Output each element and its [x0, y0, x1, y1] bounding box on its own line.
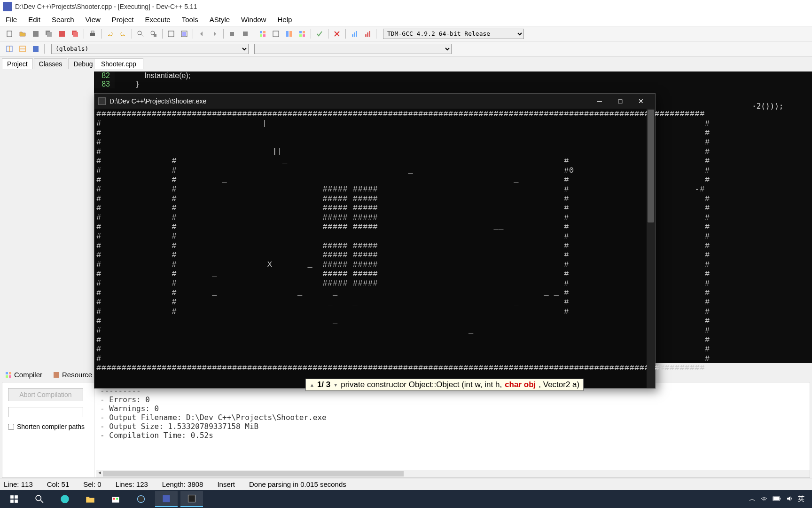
- undo-icon[interactable]: [104, 28, 116, 40]
- maximize-button[interactable]: □: [610, 94, 631, 108]
- svg-rect-28: [303, 34, 305, 37]
- delete-icon[interactable]: [331, 28, 343, 40]
- compile-icon[interactable]: [257, 28, 268, 40]
- rebuild-icon[interactable]: [297, 28, 308, 40]
- tooltip-text-1: private constructor Object::Object (int …: [341, 380, 502, 389]
- console-scrollbar[interactable]: [647, 109, 655, 388]
- close-all-icon[interactable]: [70, 28, 81, 40]
- prev-overload-icon[interactable]: ▲: [310, 382, 314, 388]
- menu-help[interactable]: Help: [275, 15, 294, 24]
- stop-icon[interactable]: [240, 28, 251, 40]
- insert-icon[interactable]: [17, 43, 28, 55]
- menu-search[interactable]: Search: [50, 15, 76, 24]
- menu-execute[interactable]: Execute: [143, 15, 172, 24]
- volume-icon[interactable]: [786, 495, 793, 504]
- window-title: D:\Dev C++\Projects\Shooter.cpp - [Execu…: [15, 3, 197, 10]
- log-search-input[interactable]: [8, 407, 83, 417]
- console-taskbar-icon[interactable]: [180, 491, 203, 507]
- wifi-icon[interactable]: [760, 495, 768, 504]
- app-icon-1[interactable]: [130, 491, 152, 507]
- devcpp-icon[interactable]: [155, 491, 178, 507]
- minimize-button[interactable]: ─: [589, 94, 610, 108]
- menu-tools[interactable]: Tools: [180, 15, 200, 24]
- nav-back-icon[interactable]: [196, 28, 207, 40]
- menu-astyle[interactable]: AStyle: [208, 15, 232, 24]
- separator: [328, 29, 328, 39]
- tab-project[interactable]: Project: [2, 58, 33, 69]
- file-tab-shooter[interactable]: Shooter.cpp: [94, 58, 143, 69]
- save-all-icon[interactable]: [43, 28, 55, 40]
- shorten-paths-input[interactable]: [8, 424, 14, 430]
- status-mode: Insert: [217, 480, 235, 488]
- nav-fwd-icon[interactable]: [209, 28, 220, 40]
- menu-file[interactable]: File: [4, 15, 19, 24]
- compile-run-icon[interactable]: [283, 28, 295, 40]
- new-class-icon[interactable]: [4, 43, 15, 55]
- svg-rect-41: [9, 372, 11, 374]
- console-icon: [98, 97, 106, 105]
- console-title-bar[interactable]: D:\Dev C++\Projects\Shooter.exe ─ □ ✕: [94, 94, 655, 109]
- debug-icon[interactable]: [226, 28, 238, 40]
- svg-rect-12: [154, 34, 156, 37]
- shorten-paths-checkbox[interactable]: Shorten compiler paths: [8, 423, 88, 430]
- tooltip-current-param: char obj: [505, 380, 536, 389]
- compile-log[interactable]: --------- - Errors: 0 - Warnings: 0 - Ou…: [94, 382, 810, 477]
- svg-rect-59: [780, 498, 781, 500]
- svg-rect-48: [15, 500, 18, 503]
- redo-icon[interactable]: [117, 28, 129, 40]
- edge-icon[interactable]: [54, 491, 76, 507]
- replace-icon[interactable]: [148, 28, 159, 40]
- tray-chevron-icon[interactable]: ︿: [749, 495, 756, 503]
- svg-rect-44: [54, 372, 59, 378]
- scrollbar-thumb[interactable]: [648, 110, 654, 222]
- svg-line-10: [141, 34, 143, 37]
- tab-classes[interactable]: Classes: [34, 58, 68, 69]
- run-icon[interactable]: [270, 28, 281, 40]
- svg-rect-33: [367, 32, 368, 37]
- tab-compiler[interactable]: Compiler: [2, 370, 45, 380]
- svg-rect-54: [116, 498, 118, 500]
- svg-rect-52: [112, 497, 119, 503]
- store-icon[interactable]: [104, 491, 127, 507]
- next-overload-icon[interactable]: ▼: [333, 382, 338, 388]
- class-member-select[interactable]: [254, 44, 452, 54]
- log-horizontal-scrollbar[interactable]: ◄: [96, 470, 810, 477]
- ime-indicator[interactable]: 英: [798, 495, 804, 503]
- check-icon[interactable]: [314, 28, 325, 40]
- profile-icon[interactable]: [349, 28, 360, 40]
- search-button[interactable]: [28, 491, 51, 507]
- bookmark-icon[interactable]: [179, 28, 190, 40]
- find-icon[interactable]: [135, 28, 146, 40]
- save-icon[interactable]: [30, 28, 41, 40]
- profile-delete-icon[interactable]: [362, 28, 373, 40]
- svg-rect-4: [59, 31, 65, 37]
- close-button[interactable]: ✕: [631, 94, 651, 108]
- toggle-icon[interactable]: [30, 43, 41, 55]
- print-icon[interactable]: [87, 28, 98, 40]
- compiler-select[interactable]: TDM-GCC 4.9.2 64-bit Release: [383, 29, 524, 39]
- svg-rect-31: [356, 31, 357, 37]
- menu-window[interactable]: Window: [239, 15, 268, 24]
- battery-icon[interactable]: [773, 495, 781, 503]
- start-button[interactable]: [3, 491, 25, 507]
- output-tabs: Compiler Resource: [2, 370, 95, 380]
- scrollbar-thumb[interactable]: [103, 471, 404, 476]
- abort-compilation-button[interactable]: Abort Compilation: [8, 388, 83, 401]
- goto-icon[interactable]: [165, 28, 177, 40]
- open-file-icon[interactable]: [17, 28, 28, 40]
- menu-view[interactable]: View: [84, 15, 102, 24]
- separator: [223, 29, 224, 39]
- globals-select[interactable]: (globals): [51, 44, 249, 54]
- new-file-icon[interactable]: [4, 28, 15, 40]
- console-output[interactable]: ########################################…: [94, 109, 655, 374]
- tab-resources[interactable]: Resource: [50, 370, 95, 380]
- svg-rect-25: [299, 31, 302, 33]
- menu-project[interactable]: Project: [110, 15, 136, 24]
- close-icon[interactable]: [56, 28, 68, 40]
- menu-edit[interactable]: Edit: [26, 15, 42, 24]
- status-col: Col: 51: [47, 480, 70, 488]
- console-title: D:\Dev C++\Projects\Shooter.exe: [109, 97, 206, 105]
- scroll-left-icon[interactable]: ◄: [97, 470, 102, 475]
- svg-rect-34: [369, 31, 370, 37]
- explorer-icon[interactable]: [79, 491, 102, 507]
